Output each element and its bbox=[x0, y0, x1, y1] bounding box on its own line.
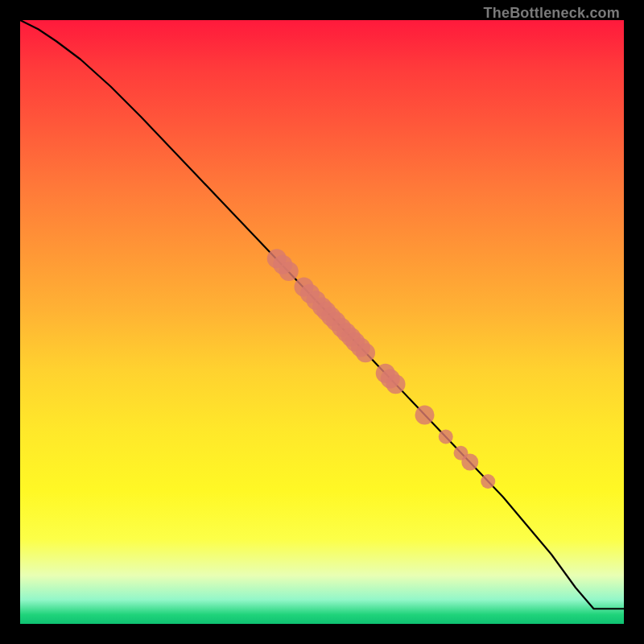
chart-svg bbox=[20, 20, 624, 624]
chart-frame: TheBottleneck.com bbox=[0, 0, 644, 644]
data-marker bbox=[279, 262, 299, 281]
data-marker bbox=[439, 430, 453, 444]
watermark-text: TheBottleneck.com bbox=[484, 5, 620, 22]
markers-group bbox=[267, 249, 496, 489]
data-marker bbox=[481, 474, 495, 489]
data-marker bbox=[461, 454, 478, 471]
data-marker bbox=[415, 406, 435, 425]
plot-area bbox=[20, 20, 624, 624]
data-marker bbox=[356, 343, 375, 362]
data-marker bbox=[386, 374, 406, 394]
